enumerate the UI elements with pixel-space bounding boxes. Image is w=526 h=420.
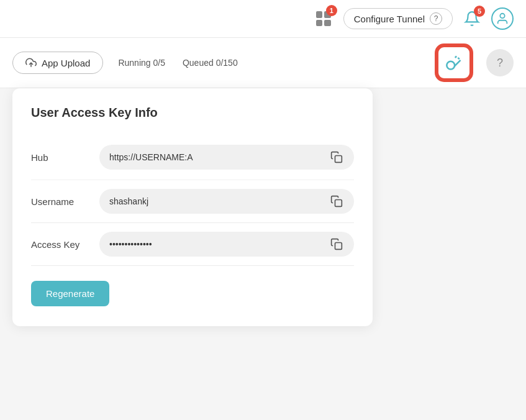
user-icon xyxy=(496,12,509,25)
access-key-label: Access Key xyxy=(31,239,87,250)
copy-icon-3 xyxy=(330,238,343,250)
running-stat: Running 0/5 xyxy=(118,58,165,68)
regenerate-button[interactable]: Regenerate xyxy=(31,281,109,306)
copy-icon-2 xyxy=(330,195,343,208)
access-key-button[interactable] xyxy=(437,45,471,80)
toolbar-stats: Running 0/5 Queued 0/150 xyxy=(118,58,422,68)
main-content: User Access Key Info Hub https://USERNAM… xyxy=(0,88,526,326)
svg-rect-3 xyxy=(335,156,342,163)
configure-tunnel-button[interactable]: Configure Tunnel ? xyxy=(343,8,453,29)
toolbar: App Upload Running 0/5 Queued 0/150 ? xyxy=(0,38,526,88)
access-key-card: User Access Key Info Hub https://USERNAM… xyxy=(12,88,373,326)
bell-icon-wrap[interactable]: 5 xyxy=(461,8,483,29)
access-key-value-pill: •••••••••••••• xyxy=(99,232,354,257)
hub-copy-button[interactable] xyxy=(329,150,344,165)
upload-icon xyxy=(25,57,37,68)
svg-point-2 xyxy=(447,62,455,70)
card-title: User Access Key Info xyxy=(31,106,354,120)
username-value-pill: shashankj xyxy=(99,189,354,214)
running-value: 0/5 xyxy=(153,58,165,68)
grid-icon-wrap[interactable]: 1 xyxy=(312,7,335,30)
hub-row: Hub https://USERNAME:A xyxy=(31,135,354,180)
access-key-value: •••••••••••••• xyxy=(109,239,152,249)
user-avatar[interactable] xyxy=(491,7,514,30)
hub-value-wrap: https://USERNAME:A xyxy=(99,145,354,170)
copy-icon xyxy=(330,151,343,163)
header: 1 Configure Tunnel ? 5 xyxy=(0,0,526,38)
queued-label: Queued xyxy=(183,58,214,68)
svg-point-0 xyxy=(500,14,504,18)
svg-rect-4 xyxy=(335,200,342,207)
username-label: Username xyxy=(31,196,87,207)
help-button[interactable]: ? xyxy=(486,49,514,76)
username-row: Username shashankj xyxy=(31,180,354,223)
svg-rect-5 xyxy=(335,243,342,250)
app-upload-label: App Upload xyxy=(42,58,90,68)
help-icon: ? xyxy=(497,57,503,70)
access-key-row: Access Key •••••••••••••• xyxy=(31,223,354,266)
access-key-copy-button[interactable] xyxy=(329,237,344,252)
configure-tunnel-label: Configure Tunnel xyxy=(354,14,425,24)
username-value: shashankj xyxy=(109,196,148,206)
username-copy-button[interactable] xyxy=(329,194,344,209)
access-key-value-wrap: •••••••••••••• xyxy=(99,232,354,257)
bell-badge: 5 xyxy=(474,6,485,17)
queued-stat: Queued 0/150 xyxy=(183,58,238,68)
app-upload-button[interactable]: App Upload xyxy=(12,52,103,74)
hub-value-pill: https://USERNAME:A xyxy=(99,145,354,170)
configure-tunnel-help-icon[interactable]: ? xyxy=(430,12,442,25)
hub-label: Hub xyxy=(31,152,87,163)
running-label: Running xyxy=(118,58,150,68)
grid-badge: 1 xyxy=(326,5,337,16)
hub-value: https://USERNAME:A xyxy=(109,152,193,162)
username-value-wrap: shashankj xyxy=(99,189,354,214)
queued-value: 0/150 xyxy=(216,58,238,68)
key-icon xyxy=(445,54,463,71)
